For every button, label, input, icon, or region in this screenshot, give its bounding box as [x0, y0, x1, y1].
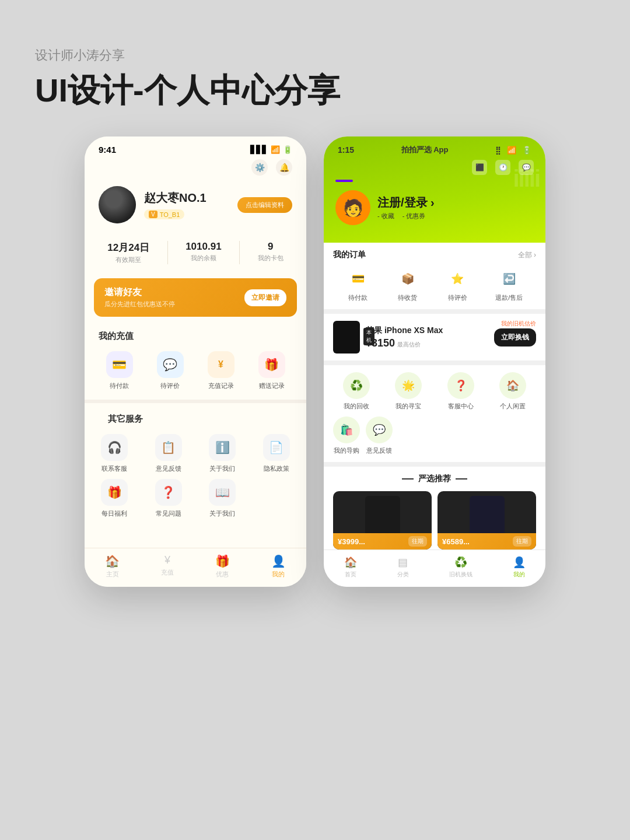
pending-review-icon: 💬 [157, 351, 184, 378]
menu-daily-bonus[interactable]: 🎁 每日福利 [89, 479, 140, 518]
bell-icon[interactable]: 🔔 [276, 159, 292, 176]
avatar [99, 186, 136, 223]
order-pending-pay[interactable]: 💳 待付款 [346, 267, 370, 302]
menu-recharge-history[interactable]: ¥ 充值记录 [208, 351, 235, 390]
tab-offers[interactable]: 🎁 优惠 [215, 554, 230, 579]
profile-tab-icon: 👤 [271, 554, 286, 568]
tab2-profile[interactable]: 👤 我的 [513, 556, 526, 579]
invite-button[interactable]: 立即邀请 [244, 289, 286, 306]
edit-profile-button[interactable]: 点击编辑资料 [237, 197, 292, 213]
tradein-info: 苹果 iPhone XS Max ¥3150 最高估价 [366, 326, 488, 349]
phones-container: 9:41 ▋▋▋ 📶 🔋 ⚙️ 🔔 赵大枣NO.1 V TO_B1 [35, 136, 595, 587]
service-treasure[interactable]: 🌟 我的寻宝 [386, 372, 432, 411]
secondhand-icon: 🏠 [499, 372, 526, 399]
faq-icon: ❓ [155, 479, 182, 506]
settings-icon[interactable]: ⚙️ [251, 159, 268, 176]
about-icon: 📖 [209, 479, 236, 506]
phone2-header-icons: ⬛ 🕐 💬 [324, 160, 545, 180]
phone1-profile: 赵大枣NO.1 V TO_B1 点击编辑资料 [85, 180, 306, 233]
tradein-corner-label: 我的旧机估价 [501, 320, 536, 328]
wifi-icon: 📶 [271, 145, 280, 154]
phone1-stats: 12月24日 有效期至 1010.91 我的余额 9 我的卡包 [85, 233, 306, 272]
menu-pending-review[interactable]: 💬 待评价 [157, 351, 184, 390]
vip-badge: V [149, 211, 158, 218]
service-customer-center[interactable]: ❓ 客服中心 [438, 372, 484, 411]
menu-pending-payment[interactable]: 💳 待付款 [106, 351, 133, 390]
recommend-dash-right [456, 478, 467, 480]
tradein-tag: 本机 [363, 328, 374, 345]
service-feedback[interactable]: 💬 意见反馈 [366, 416, 393, 455]
orders-grid: 💳 待付款 📦 待收货 ⭐ 待评价 ↩️ 退款/售后 [333, 267, 536, 302]
services-grid-row2: 🛍️ 我的导购 💬 意见反馈 [333, 416, 536, 455]
tab2-tradein[interactable]: ♻️ 旧机换钱 [449, 556, 473, 579]
tradein-button[interactable]: 立即换钱 [494, 328, 536, 346]
menu-feedback[interactable]: 📋 意见反馈 [144, 434, 194, 473]
phone2-services: ♻️ 我的回收 🌟 我的寻宝 ❓ 客服中心 🏠 个人闲置 🛍️ [324, 365, 545, 462]
phone1-frame: 9:41 ▋▋▋ 📶 🔋 ⚙️ 🔔 赵大枣NO.1 V TO_B1 [85, 136, 306, 587]
customer-center-icon: ❓ [447, 372, 474, 399]
stat-balance: 1010.91 我的余额 [186, 241, 221, 264]
recharge-section-title: 我的充值 [85, 326, 306, 348]
message-icon[interactable]: 💬 [519, 160, 534, 175]
refund-icon: ↩️ [498, 267, 521, 290]
privacy-icon: 📄 [263, 434, 290, 461]
tab2-home[interactable]: 🏠 首页 [344, 556, 357, 579]
product-card-2[interactable]: ¥6589... 往期 [438, 491, 536, 550]
menu-gift-history[interactable]: 🎁 赠送记录 [258, 351, 285, 390]
other-services-row2: 🎁 每日福利 ❓ 常见问题 📖 关于我们 [85, 479, 306, 527]
other-services-row1: 🎧 联系客服 📋 意见反馈 ℹ️ 关于我们 📄 隐私政策 [85, 430, 306, 479]
wifi-icon2: 📶 [507, 146, 516, 155]
menu-about[interactable]: 📖 关于我们 [197, 479, 248, 518]
phone2-time: 1:15 [338, 145, 354, 155]
tab-profile[interactable]: 👤 我的 [271, 554, 286, 579]
phone2-tabbar: 🏠 首页 ▤ 分类 ♻️ 旧机换钱 👤 我的 [324, 550, 545, 587]
profile-badge: V TO_B1 [144, 209, 184, 219]
service-secondhand[interactable]: 🏠 个人闲置 [490, 372, 537, 411]
phone2-status-bar: 1:15 拍拍严选 App ⣿ 📶 🔋 [324, 136, 545, 160]
feedback-icon: 📋 [155, 434, 182, 461]
recommend-title: 严选推荐 [333, 474, 536, 484]
order-pending-receive[interactable]: 📦 待收货 [396, 267, 419, 302]
home-tab-icon: 🏠 [105, 554, 120, 568]
order-refund[interactable]: ↩️ 退款/售后 [495, 267, 523, 302]
accent-bar [335, 180, 353, 182]
menu-privacy[interactable]: 📄 隐私政策 [251, 434, 302, 473]
product-price-tag-2: ¥6589... 往期 [438, 533, 536, 550]
profile2-sub: - 收藏 - 优惠券 [377, 212, 534, 220]
tab-home[interactable]: 🏠 主页 [105, 554, 120, 579]
clock-icon[interactable]: 🕐 [495, 160, 510, 175]
invite-text: 邀请好友 瓜分先进红包优惠送不停 [104, 286, 175, 309]
phone2-tradein-card: 本机 苹果 iPhone XS Max ¥3150 最高估价 我的旧机估价 立即… [324, 314, 545, 360]
menu-faq[interactable]: ❓ 常见问题 [144, 479, 194, 518]
order-pending-review[interactable]: ⭐ 待评价 [446, 267, 469, 302]
menu-about-us[interactable]: ℹ️ 关于我们 [197, 434, 248, 473]
battery-icon2: 🔋 [522, 146, 531, 155]
recommend-grid: ¥3999... 往期 ¥6589... 往期 [333, 491, 536, 550]
tab-recharge[interactable]: ¥ 充值 [161, 554, 174, 579]
service-guide[interactable]: 🛍️ 我的导购 [333, 416, 360, 455]
service-recycle[interactable]: ♻️ 我的回收 [333, 372, 380, 411]
scan-qr-icon[interactable]: ⬛ [472, 160, 487, 175]
phone1-tabbar: 🏠 主页 ¥ 充值 🎁 优惠 👤 我的 [85, 548, 306, 587]
product-card-1[interactable]: ¥3999... 往期 [333, 491, 432, 550]
invite-banner: 邀请好友 瓜分先进红包优惠送不停 立即邀请 [94, 278, 297, 317]
profile2-name[interactable]: 注册/登录 › [377, 195, 534, 211]
phone2-status-icons: ⣿ 📶 🔋 [495, 146, 531, 155]
other-services-title: 其它服务 [94, 409, 297, 430]
signal-icon: ▋▋▋ [250, 145, 268, 154]
tab2-category[interactable]: ▤ 分类 [397, 556, 409, 579]
menu-empty [251, 479, 302, 518]
scan-icon: ⣿ [495, 146, 501, 155]
recharge-menu: 💳 待付款 💬 待评价 ¥ 充值记录 🎁 赠送记录 [85, 348, 306, 400]
menu-customer-service[interactable]: 🎧 联系客服 [89, 434, 140, 473]
phone2-profile: 🧑 注册/登录 › - 收藏 - 优惠券 [324, 187, 545, 231]
profile-info: 赵大枣NO.1 V TO_B1 [144, 190, 229, 219]
pending-payment-icon: 💳 [106, 351, 133, 378]
other-services-section: 其它服务 [85, 403, 306, 430]
customer-service-icon: 🎧 [101, 434, 128, 461]
guide-icon: 🛍️ [333, 416, 360, 443]
recharge-history-icon: ¥ [208, 351, 235, 378]
phone1-status-icons: ▋▋▋ 📶 🔋 [250, 145, 292, 154]
stat-expiry: 12月24日 有效期至 [107, 241, 149, 264]
gift-history-icon: 🎁 [258, 351, 285, 378]
